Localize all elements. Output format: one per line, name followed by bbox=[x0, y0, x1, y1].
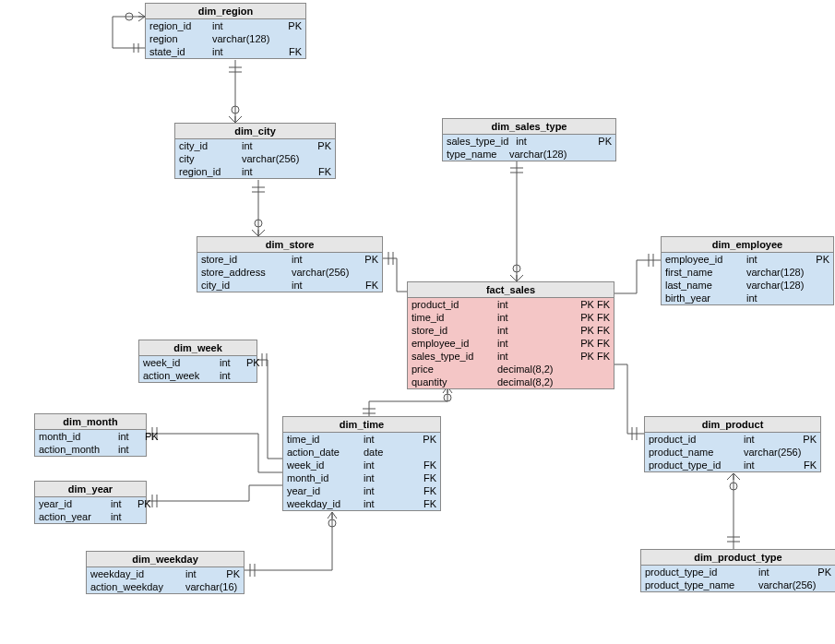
column-row[interactable]: pricedecimal(8,2) bbox=[408, 363, 614, 376]
column-row[interactable]: type_namevarchar(128) bbox=[443, 148, 615, 161]
column-row[interactable]: action_weekint bbox=[139, 369, 256, 382]
entity-title: dim_year bbox=[35, 482, 146, 497]
entity-dim-city[interactable]: dim_city city_idintPK cityvarchar(256) r… bbox=[174, 123, 336, 179]
column-row[interactable]: month_idintFK bbox=[283, 471, 440, 484]
column-row[interactable]: week_idintPK bbox=[139, 356, 256, 369]
svg-point-74 bbox=[328, 519, 336, 527]
svg-line-17 bbox=[258, 230, 265, 236]
entity-title: dim_month bbox=[35, 414, 146, 430]
svg-line-79 bbox=[734, 473, 740, 480]
svg-point-26 bbox=[513, 265, 520, 272]
column-row[interactable]: sales_type_idintPK FK bbox=[408, 350, 614, 363]
entity-dim-store[interactable]: dim_store store_idintPK store_addressvar… bbox=[197, 236, 383, 292]
column-row[interactable]: week_idintFK bbox=[283, 459, 440, 471]
svg-line-78 bbox=[727, 473, 734, 480]
column-row[interactable]: employee_idintPK bbox=[662, 253, 833, 266]
entity-title: dim_employee bbox=[662, 237, 833, 253]
entity-title: dim_product_type bbox=[641, 550, 835, 566]
svg-point-81 bbox=[730, 483, 737, 490]
entity-title: dim_product bbox=[645, 417, 820, 433]
column-row[interactable]: month_idintPK bbox=[35, 430, 146, 443]
entity-dim-year[interactable]: dim_year year_idintPK action_yearint bbox=[34, 481, 147, 524]
entity-title: dim_city bbox=[175, 124, 335, 139]
svg-line-9 bbox=[229, 116, 235, 123]
entity-title: dim_sales_type bbox=[443, 119, 615, 135]
column-row[interactable]: product_namevarchar(256) bbox=[645, 446, 820, 459]
svg-line-16 bbox=[252, 230, 258, 236]
column-row[interactable]: city_idintPK bbox=[175, 139, 335, 152]
column-row[interactable]: action_monthint bbox=[35, 443, 146, 456]
svg-line-0 bbox=[138, 12, 145, 17]
svg-line-24 bbox=[517, 275, 523, 281]
entity-dim-employee[interactable]: dim_employee employee_idintPK first_name… bbox=[661, 236, 834, 305]
column-row[interactable]: action_datedate bbox=[283, 446, 440, 459]
entity-dim-sales-type[interactable]: dim_sales_type sales_type_idintPK type_n… bbox=[442, 118, 616, 161]
svg-point-12 bbox=[232, 106, 239, 113]
column-row[interactable]: state_idintFK bbox=[146, 45, 305, 58]
entity-title: fact_sales bbox=[408, 282, 614, 298]
svg-line-72 bbox=[332, 512, 337, 519]
entity-dim-month[interactable]: dim_month month_idintPK action_monthint bbox=[34, 413, 147, 457]
svg-line-71 bbox=[328, 512, 332, 519]
column-row[interactable]: cityvarchar(256) bbox=[175, 152, 335, 165]
column-row[interactable]: store_idintPK FK bbox=[408, 324, 614, 337]
entity-title: dim_time bbox=[283, 417, 440, 433]
svg-line-10 bbox=[235, 116, 242, 123]
column-row[interactable]: birth_yearint bbox=[662, 292, 833, 304]
column-row[interactable]: product_type_idintFK bbox=[645, 459, 820, 471]
entity-dim-weekday[interactable]: dim_weekday weekday_idintPK action_weekd… bbox=[86, 551, 245, 594]
svg-point-5 bbox=[125, 13, 133, 20]
svg-line-23 bbox=[510, 275, 517, 281]
column-row[interactable]: year_idintFK bbox=[283, 484, 440, 497]
svg-line-1 bbox=[138, 17, 145, 21]
column-row[interactable]: regionvarchar(128) bbox=[146, 32, 305, 45]
column-row[interactable]: quantitydecimal(8,2) bbox=[408, 376, 614, 388]
column-row[interactable]: sales_type_idintPK bbox=[443, 135, 615, 148]
column-row[interactable]: region_idintPK bbox=[146, 19, 305, 32]
entity-fact-sales[interactable]: fact_sales product_idintPK FK time_idint… bbox=[407, 281, 614, 389]
column-row[interactable]: product_type_namevarchar(256) bbox=[641, 578, 835, 591]
column-row[interactable]: weekday_idintFK bbox=[283, 497, 440, 510]
column-row[interactable]: action_yearint bbox=[35, 510, 146, 523]
column-row[interactable]: city_idintFK bbox=[197, 279, 382, 292]
entity-dim-week[interactable]: dim_week week_idintPK action_weekint bbox=[138, 340, 257, 383]
column-row[interactable]: first_namevarchar(128) bbox=[662, 266, 833, 279]
column-row[interactable]: product_idintPK bbox=[645, 433, 820, 446]
column-row[interactable]: action_weekdayvarchar(16) bbox=[87, 580, 244, 593]
entity-title: dim_weekday bbox=[87, 552, 244, 567]
entity-title: dim_store bbox=[197, 237, 382, 253]
svg-point-19 bbox=[255, 220, 262, 227]
column-row[interactable]: employee_idintPK FK bbox=[408, 337, 614, 350]
er-diagram-canvas: dim_region region_idintPK regionvarchar(… bbox=[0, 0, 835, 644]
column-row[interactable]: product_type_idintPK bbox=[641, 566, 835, 578]
column-row[interactable]: store_idintPK bbox=[197, 253, 382, 266]
column-row[interactable]: store_addressvarchar(256) bbox=[197, 266, 382, 279]
svg-point-50 bbox=[444, 394, 451, 401]
entity-dim-time[interactable]: dim_time time_idintPK action_datedate we… bbox=[282, 416, 441, 511]
entity-dim-product[interactable]: dim_product product_idintPK product_name… bbox=[644, 416, 821, 472]
column-row[interactable]: product_idintPK FK bbox=[408, 298, 614, 311]
column-row[interactable]: weekday_idintPK bbox=[87, 567, 244, 580]
column-row[interactable]: year_idintPK bbox=[35, 497, 146, 510]
column-row[interactable]: time_idintPK FK bbox=[408, 311, 614, 324]
entity-dim-product-type[interactable]: dim_product_type product_type_idintPK pr… bbox=[640, 549, 835, 592]
entity-title: dim_week bbox=[139, 340, 256, 356]
column-row[interactable]: region_idintFK bbox=[175, 165, 335, 178]
column-row[interactable]: last_namevarchar(128) bbox=[662, 279, 833, 292]
column-row[interactable]: time_idintPK bbox=[283, 433, 440, 446]
entity-dim-region[interactable]: dim_region region_idintPK regionvarchar(… bbox=[145, 3, 306, 59]
entity-title: dim_region bbox=[146, 4, 305, 19]
